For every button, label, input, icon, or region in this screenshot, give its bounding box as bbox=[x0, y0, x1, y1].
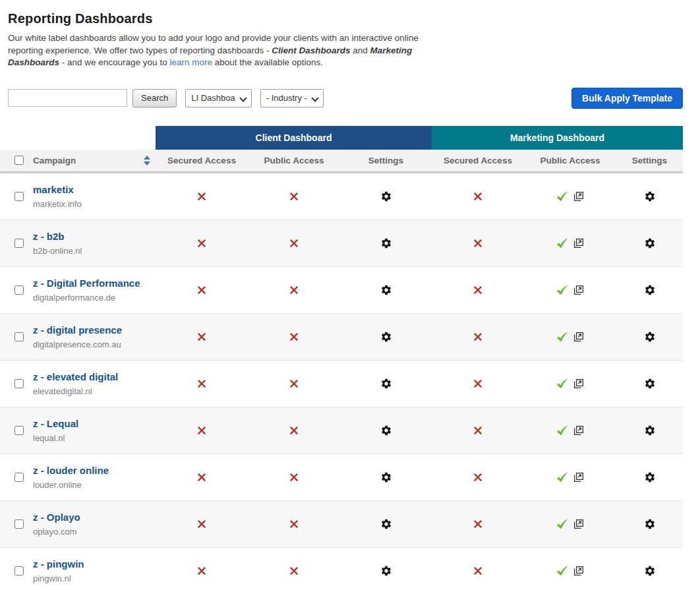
row-checkbox[interactable] bbox=[15, 426, 24, 435]
group-header-row: Client Dashboard Marketing Dashboard bbox=[0, 126, 683, 150]
gear-icon[interactable] bbox=[644, 565, 656, 577]
external-link-icon[interactable] bbox=[573, 425, 584, 436]
cross-icon[interactable] bbox=[197, 285, 206, 295]
external-link-icon[interactable] bbox=[573, 238, 584, 249]
check-icon[interactable] bbox=[556, 472, 568, 483]
external-link-icon[interactable] bbox=[573, 378, 584, 389]
campaign-link[interactable]: z - elevated digital bbox=[33, 371, 118, 382]
cross-icon[interactable] bbox=[473, 473, 482, 482]
table-row: z - Digital Performance digitalperforman… bbox=[0, 267, 683, 314]
cross-icon[interactable] bbox=[473, 332, 482, 341]
cross-icon[interactable] bbox=[473, 566, 482, 575]
search-input[interactable] bbox=[8, 89, 127, 107]
external-link-icon[interactable] bbox=[573, 472, 584, 483]
row-checkbox[interactable] bbox=[15, 473, 24, 482]
campaign-link[interactable]: marketix bbox=[33, 184, 82, 195]
cross-icon[interactable] bbox=[197, 566, 206, 575]
external-link-icon[interactable] bbox=[573, 332, 584, 342]
cross-icon[interactable] bbox=[473, 239, 482, 248]
row-checkbox[interactable] bbox=[15, 192, 24, 201]
campaign-link[interactable]: z - Oplayo bbox=[33, 512, 80, 523]
row-checkbox[interactable] bbox=[15, 379, 24, 388]
row-checkbox[interactable] bbox=[15, 285, 24, 295]
cross-icon[interactable] bbox=[197, 239, 206, 248]
check-icon[interactable] bbox=[556, 238, 568, 249]
cross-icon[interactable] bbox=[289, 426, 299, 435]
campaign-link[interactable]: z - b2b bbox=[33, 231, 82, 242]
cross-icon[interactable] bbox=[197, 519, 206, 529]
check-icon[interactable] bbox=[556, 425, 568, 436]
gear-icon[interactable] bbox=[644, 191, 656, 202]
gear-icon[interactable] bbox=[380, 425, 392, 436]
check-icon[interactable] bbox=[556, 285, 568, 295]
external-link-icon[interactable] bbox=[573, 191, 584, 202]
row-checkbox[interactable] bbox=[15, 332, 24, 341]
external-link-icon[interactable] bbox=[573, 285, 584, 295]
cross-icon[interactable] bbox=[473, 285, 482, 295]
gear-icon[interactable] bbox=[380, 237, 392, 249]
cross-icon[interactable] bbox=[197, 332, 206, 341]
gear-icon[interactable] bbox=[380, 191, 392, 202]
cross-icon[interactable] bbox=[473, 192, 482, 201]
cross-icon[interactable] bbox=[289, 566, 299, 575]
gear-icon[interactable] bbox=[380, 284, 392, 296]
check-icon[interactable] bbox=[556, 191, 568, 202]
cross-icon[interactable] bbox=[197, 473, 206, 482]
gear-icon[interactable] bbox=[380, 331, 392, 343]
sort-descending-icon[interactable] bbox=[144, 162, 150, 165]
gear-icon[interactable] bbox=[380, 518, 392, 530]
gear-icon[interactable] bbox=[380, 378, 392, 390]
cross-icon[interactable] bbox=[289, 519, 299, 529]
bulk-apply-template-button[interactable]: Bulk Apply Template bbox=[571, 88, 683, 109]
cross-icon[interactable] bbox=[289, 379, 299, 388]
table-row: z - louder online louder.online bbox=[0, 454, 683, 501]
cross-icon[interactable] bbox=[197, 379, 206, 388]
select-all-checkbox[interactable] bbox=[15, 156, 24, 165]
campaign-domain: lequal.nl bbox=[33, 433, 78, 443]
marketing-settings-cell bbox=[616, 267, 683, 313]
industry-select[interactable]: - Industry - bbox=[260, 89, 324, 107]
cross-icon[interactable] bbox=[473, 519, 482, 529]
cross-icon[interactable] bbox=[197, 192, 206, 201]
campaign-sort-control[interactable] bbox=[144, 156, 150, 165]
sort-ascending-icon[interactable] bbox=[144, 156, 150, 160]
check-icon[interactable] bbox=[556, 378, 568, 389]
gear-icon[interactable] bbox=[644, 331, 656, 343]
campaign-link[interactable]: z - Lequal bbox=[33, 418, 78, 429]
learn-more-link[interactable]: learn more bbox=[169, 57, 212, 67]
gear-icon[interactable] bbox=[644, 237, 656, 249]
cross-icon[interactable] bbox=[289, 473, 299, 482]
gear-icon[interactable] bbox=[644, 378, 656, 390]
cross-icon[interactable] bbox=[289, 239, 299, 248]
gear-icon[interactable] bbox=[644, 425, 656, 436]
check-icon[interactable] bbox=[556, 332, 568, 342]
row-checkbox[interactable] bbox=[15, 519, 24, 529]
check-icon[interactable] bbox=[556, 519, 568, 529]
check-icon[interactable] bbox=[556, 566, 568, 576]
campaign-link[interactable]: z - digital presence bbox=[33, 324, 122, 336]
search-button[interactable]: Search bbox=[132, 89, 177, 107]
cross-icon[interactable] bbox=[473, 379, 482, 388]
cross-icon[interactable] bbox=[473, 426, 482, 435]
external-link-icon[interactable] bbox=[573, 566, 584, 576]
client-settings-cell bbox=[340, 173, 432, 220]
gear-icon[interactable] bbox=[644, 518, 656, 530]
client-public-access-cell bbox=[248, 407, 340, 454]
gear-icon[interactable] bbox=[380, 565, 392, 577]
gear-icon[interactable] bbox=[380, 471, 392, 483]
intro-text-4: about the available options. bbox=[212, 57, 323, 67]
gear-icon[interactable] bbox=[644, 284, 656, 296]
dashboard-type-select[interactable]: LI Dashboa bbox=[185, 89, 252, 107]
cross-icon[interactable] bbox=[289, 285, 299, 295]
campaign-link[interactable]: z - louder online bbox=[33, 465, 109, 476]
client-public-access-cell bbox=[248, 267, 340, 313]
external-link-icon[interactable] bbox=[573, 519, 584, 529]
campaign-link[interactable]: z - pingwin bbox=[33, 558, 84, 570]
campaign-link[interactable]: z - Digital Performance bbox=[33, 278, 140, 289]
cross-icon[interactable] bbox=[289, 332, 299, 341]
gear-icon[interactable] bbox=[644, 471, 656, 483]
cross-icon[interactable] bbox=[197, 426, 206, 435]
cross-icon[interactable] bbox=[289, 192, 299, 201]
row-checkbox[interactable] bbox=[15, 239, 24, 248]
row-checkbox[interactable] bbox=[15, 566, 24, 575]
